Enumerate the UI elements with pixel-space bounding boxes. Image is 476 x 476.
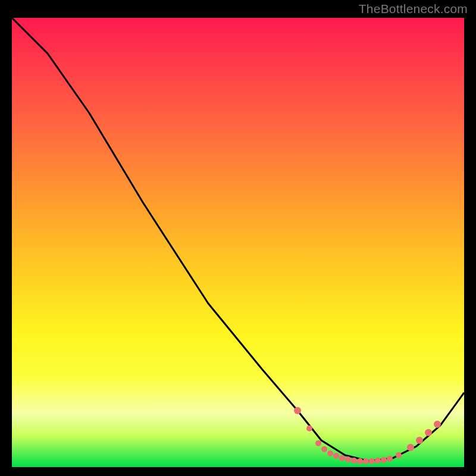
marker-dot xyxy=(375,458,381,464)
chart-plot-area xyxy=(12,18,464,467)
marker-dot xyxy=(416,437,423,444)
marker-dot xyxy=(387,456,393,462)
chart-svg xyxy=(12,18,464,467)
marker-dot xyxy=(425,429,432,436)
marker-dot xyxy=(369,458,375,464)
marker-dot xyxy=(363,458,369,464)
marker-dot xyxy=(294,407,301,414)
marker-dot xyxy=(339,455,345,461)
marker-dot xyxy=(315,440,321,446)
chart-frame: TheBottleneck.com xyxy=(0,0,476,476)
curve-path xyxy=(12,18,464,461)
marker-dot xyxy=(381,457,387,463)
marker-group xyxy=(294,407,441,464)
marker-dot xyxy=(434,421,441,428)
marker-dot xyxy=(396,452,402,458)
marker-dot xyxy=(407,444,414,451)
marker-dot xyxy=(333,453,339,459)
marker-dot xyxy=(351,458,357,464)
marker-dot xyxy=(306,425,312,431)
watermark-text: TheBottleneck.com xyxy=(359,2,468,16)
marker-dot xyxy=(357,458,363,464)
marker-dot xyxy=(345,456,351,462)
marker-dot xyxy=(327,450,333,456)
marker-dot xyxy=(321,446,327,452)
